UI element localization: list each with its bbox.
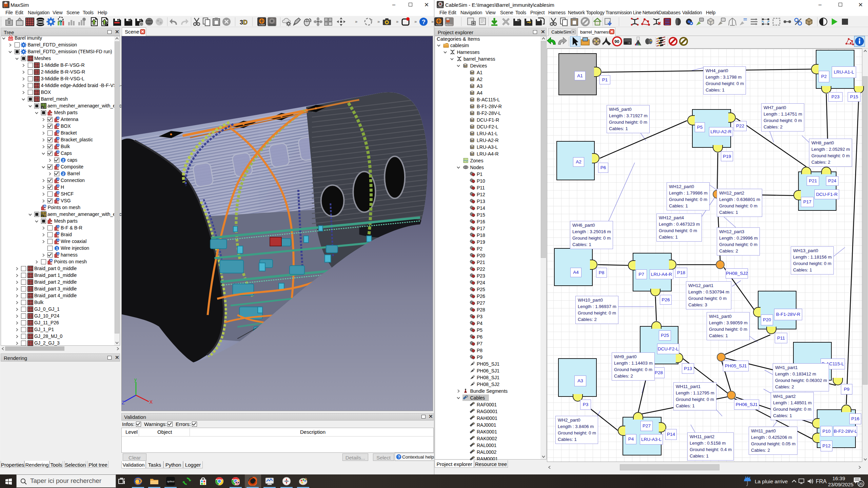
svg-text:?: ? (422, 19, 426, 25)
svg-text:1: 1 (57, 225, 59, 228)
svg-text:1: 1 (57, 252, 59, 255)
svg-text:2: 2 (57, 123, 59, 126)
svg-text:y: y (134, 377, 137, 382)
svg-text:MaxSim: MaxSim (445, 24, 453, 26)
svg-text:D: D (243, 19, 248, 26)
svg-text:KAWA: KAWA (259, 24, 265, 26)
svg-text:2: 2 (57, 184, 59, 187)
svg-text:2: 2 (57, 150, 59, 154)
svg-text:20: 20 (859, 482, 863, 486)
svg-text:2: 2 (57, 191, 59, 194)
svg-text:CABLE: CABLE (437, 6, 444, 8)
svg-text:2: 2 (57, 130, 59, 133)
svg-text:N: N (44, 205, 46, 208)
svg-text:90: 90 (614, 39, 619, 44)
svg-text:X: X (150, 399, 153, 405)
svg-text:2: 2 (62, 172, 64, 176)
svg-text:N: N (50, 259, 52, 262)
svg-text:Z: Z (122, 400, 125, 405)
svg-text:2: 2 (57, 137, 59, 140)
svg-text:3: 3 (240, 19, 243, 26)
svg-text:1: 1 (57, 239, 59, 242)
svg-text:1: 1 (57, 232, 59, 235)
svg-text:1: 1 (56, 246, 58, 250)
svg-text:u: u (41, 215, 43, 217)
svg-text:2: 2 (57, 198, 59, 201)
svg-text:2: 2 (57, 117, 59, 120)
svg-text:2: 2 (57, 178, 59, 181)
svg-text:?: ? (398, 455, 400, 460)
svg-text:2: 2 (57, 144, 59, 147)
svg-text:qobuz: qobuz (167, 480, 175, 483)
svg-text:2: 2 (57, 164, 59, 167)
svg-text:s: s (42, 106, 43, 109)
svg-text:KAWA: KAWA (436, 24, 442, 26)
svg-text:2: 2 (62, 158, 64, 162)
